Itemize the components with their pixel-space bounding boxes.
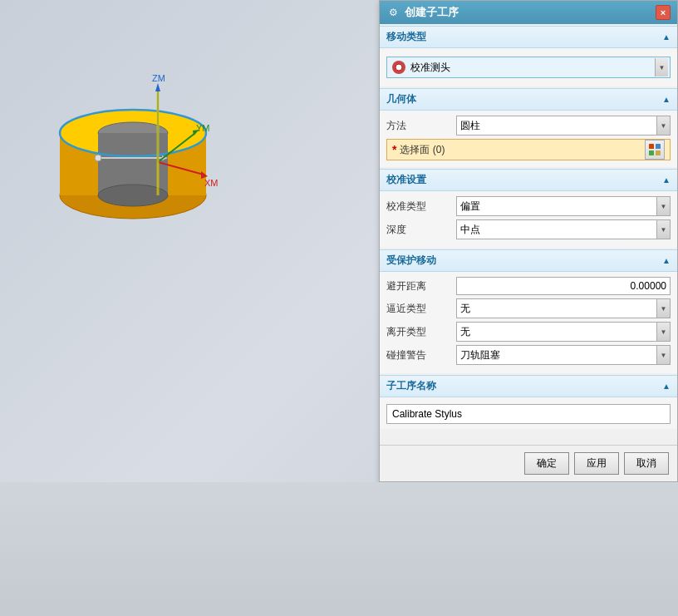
section-name-label: 子工序名称 (386, 379, 436, 393)
approach-row: 逼近类型 无 ▼ (386, 298, 671, 318)
section-name-header[interactable]: 子工序名称 ▲ (380, 375, 677, 397)
svg-text:XM: XM (204, 178, 219, 188)
cancel-button[interactable]: 取消 (624, 452, 669, 475)
svg-rect-24 (656, 150, 661, 155)
required-icon: * (392, 143, 396, 156)
svg-rect-23 (649, 150, 654, 155)
collision-label: 碰撞警告 (386, 348, 453, 362)
move-type-value: 校准测头 (410, 61, 651, 75)
section-move-type-header[interactable]: 移动类型 ▲ (380, 26, 677, 48)
calib-type-value: 偏置 (460, 200, 653, 214)
svg-point-20 (396, 64, 402, 71)
section-name-content (380, 397, 677, 429)
svg-marker-11 (155, 83, 160, 91)
section-calibration-header[interactable]: 校准设置 ▲ (380, 169, 677, 191)
dialog-panel: ⚙ 创建子工序 × 移动类型 ▲ 校准测头 ▼ 几何体 ▲ 方法 (379, 0, 678, 482)
svg-rect-22 (656, 144, 661, 149)
close-button[interactable]: × (656, 5, 671, 20)
collision-value: 刀轨阻塞 (460, 348, 653, 362)
departure-value: 无 (460, 325, 653, 339)
selection-icon-button[interactable] (645, 140, 665, 160)
departure-label: 离开类型 (386, 325, 453, 339)
move-type-dropdown[interactable]: 校准测头 ▼ (386, 57, 671, 78)
calibration-chevron-icon: ▲ (662, 175, 671, 185)
dialog-content: 移动类型 ▲ 校准测头 ▼ 几何体 ▲ 方法 圆柱 ▼ (380, 24, 677, 445)
section-protected-content: 避开距离 逼近类型 无 ▼ 离开类型 无 ▼ 碰撞警告 刀轨 (380, 272, 677, 373)
method-arrow-icon: ▼ (656, 116, 670, 135)
clearance-row: 避开距离 (386, 277, 671, 295)
collision-dropdown[interactable]: 刀轨阻塞 ▼ (456, 345, 671, 365)
svg-rect-21 (649, 144, 654, 149)
title-bar: ⚙ 创建子工序 × (380, 1, 677, 24)
dialog-footer: 确定 应用 取消 (380, 445, 677, 481)
depth-value: 中点 (460, 223, 653, 237)
section-move-type-label: 移动类型 (386, 30, 426, 44)
method-row: 方法 圆柱 ▼ (386, 116, 671, 136)
departure-dropdown[interactable]: 无 ▼ (456, 322, 671, 342)
svg-point-7 (95, 155, 101, 161)
clearance-label: 避开距离 (386, 279, 453, 293)
method-label: 方法 (386, 119, 453, 133)
section-geometry-label: 几何体 (386, 92, 416, 106)
section-protected-label: 受保护移动 (386, 254, 436, 268)
method-value: 圆柱 (460, 119, 653, 133)
dialog-title: 创建子工序 (405, 5, 651, 20)
selection-row: * 选择面 (0) (386, 139, 671, 160)
subprocess-name-input[interactable] (386, 404, 671, 424)
calib-type-row: 校准类型 偏置 ▼ (386, 196, 671, 216)
section-calibration-label: 校准设置 (386, 173, 426, 187)
method-dropdown[interactable]: 圆柱 ▼ (456, 116, 671, 136)
departure-arrow-icon: ▼ (656, 323, 670, 341)
svg-text:ZM: ZM (152, 73, 165, 83)
section-protected-header[interactable]: 受保护移动 ▲ (380, 249, 677, 272)
collision-row: 碰撞警告 刀轨阻塞 ▼ (386, 345, 671, 365)
calib-type-dropdown[interactable]: 偏置 ▼ (456, 196, 671, 216)
geometry-chevron-icon: ▲ (662, 95, 671, 104)
move-type-chevron-icon: ▲ (662, 32, 671, 42)
settings-icon: ⚙ (386, 6, 400, 19)
apply-button[interactable]: 应用 (574, 452, 619, 475)
move-type-arrow-icon: ▼ (655, 58, 668, 76)
approach-label: 逼近类型 (386, 302, 453, 316)
departure-row: 离开类型 无 ▼ (386, 322, 671, 342)
depth-dropdown[interactable]: 中点 ▼ (456, 219, 671, 239)
svg-text:YM: YM (196, 123, 210, 133)
calib-type-arrow-icon: ▼ (656, 197, 670, 215)
approach-value: 无 (460, 302, 653, 316)
depth-label: 深度 (386, 223, 453, 237)
selection-label: 选择面 (0) (400, 143, 645, 157)
section-calibration-content: 校准类型 偏置 ▼ 深度 中点 ▼ (380, 191, 677, 248)
section-geometry-content: 方法 圆柱 ▼ * 选择面 (0) (380, 111, 677, 167)
approach-arrow-icon: ▼ (656, 299, 670, 318)
protected-chevron-icon: ▲ (662, 256, 671, 265)
ok-button[interactable]: 确定 (524, 452, 569, 475)
depth-row: 深度 中点 ▼ (386, 219, 671, 239)
approach-dropdown[interactable]: 无 ▼ (456, 298, 671, 318)
depth-arrow-icon: ▼ (656, 220, 670, 239)
clearance-input[interactable] (456, 277, 671, 295)
calib-type-label: 校准类型 (386, 200, 453, 214)
section-geometry-header[interactable]: 几何体 ▲ (380, 88, 677, 111)
section-move-type-content: 校准测头 ▼ (380, 48, 677, 86)
probe-icon (392, 61, 405, 74)
bottom-area (0, 482, 678, 616)
3d-viewport: ZM YM XM (0, 0, 303, 482)
name-chevron-icon: ▲ (662, 382, 671, 391)
collision-arrow-icon: ▼ (656, 346, 670, 364)
